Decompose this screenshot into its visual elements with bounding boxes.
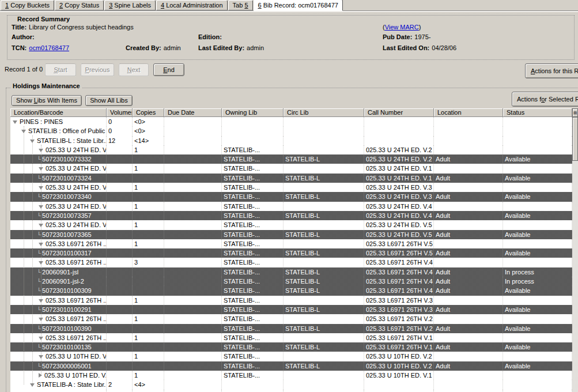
show-libs-with-items-button[interactable]: Show Libs With Items	[12, 95, 82, 106]
tree-expander-open-icon[interactable]	[39, 337, 43, 340]
column-header-status[interactable]: Status	[503, 108, 572, 117]
cell-call-number: 025.33 L6971 26TH V.3	[364, 296, 434, 305]
tab-2[interactable]: 2 Copy Status	[55, 0, 104, 10]
holdings-row[interactable]: 025.33 U 24TH ED. V.11STATELIB-...025.33…	[10, 164, 572, 173]
holdings-row[interactable]: PINES : PINES0<0>	[10, 117, 572, 126]
holdings-row[interactable]: 025.33 U 24TH ED. V.31STATELIB-...025.33…	[10, 183, 572, 192]
tree-expander-open-icon[interactable]	[13, 120, 17, 124]
holdings-row[interactable]: 20060901-jsl-2STATELIB-...STATELIB-L025.…	[10, 277, 572, 286]
cell-location	[434, 117, 503, 126]
tree-expander-open-icon[interactable]	[39, 355, 43, 359]
tree-expander-open-icon[interactable]	[39, 261, 43, 265]
next-button[interactable]: Next	[119, 63, 149, 76]
previous-button[interactable]: Previous	[81, 63, 114, 76]
holdings-row[interactable]: 50723010100390STATELIB-...STATELIB-L025.…	[10, 324, 572, 333]
holdings-row[interactable]: 50723010100317STATELIB-...STATELIB-L025.…	[10, 248, 572, 258]
tree-expander-open-icon[interactable]	[39, 299, 43, 303]
cell-volumes	[107, 211, 133, 220]
tree-expander-closed-icon[interactable]	[39, 373, 42, 378]
holdings-row[interactable]: 50723010100309STATELIB-...STATELIB-L025.…	[10, 286, 572, 295]
cell-circ-lib	[284, 202, 364, 211]
record-summary-groupbox	[7, 15, 575, 60]
tab-4[interactable]: 4 Local Administration	[156, 0, 228, 10]
cell-status: Available	[503, 230, 572, 239]
cell-location-barcode: 025.33 L6971 26TH ...	[10, 239, 107, 248]
tree-expander-open-icon[interactable]	[39, 243, 43, 246]
holdings-row[interactable]: 025.33 U...2STATELIB-A025.33 U 1...	[10, 390, 572, 392]
holdings-row[interactable]: 50723010100135STATELIB-...STATELIB-L025.…	[10, 342, 572, 352]
cell-owning-lib: STATELIB-...	[222, 352, 284, 361]
cell-copies	[133, 192, 164, 201]
holdings-row[interactable]: STATELIB-A : State Libr...2<4>	[10, 380, 572, 389]
tcn-link[interactable]: ocm01768477	[29, 44, 69, 51]
vertical-scrollbar[interactable]	[572, 117, 578, 392]
holdings-row[interactable]: 025.33 L6971 26TH ...1STATELIB-...025.33…	[10, 239, 572, 248]
holdings-row[interactable]: 50723010073340STATELIB-...STATELIB-L025.…	[10, 192, 572, 201]
cell-owning-lib	[222, 380, 284, 389]
cell-due-date	[164, 183, 222, 192]
start-button[interactable]: Start	[45, 63, 76, 76]
tree-expander-open-icon[interactable]	[39, 149, 43, 152]
holdings-row[interactable]: 20060901-jslSTATELIB-...STATELIB-L025.33…	[10, 267, 572, 277]
column-header-location[interactable]: Location	[434, 108, 503, 117]
tree-expander-open-icon[interactable]	[30, 383, 35, 387]
tree-expander-open-icon[interactable]	[21, 130, 26, 133]
tab-3[interactable]: 3 Spine Labels	[104, 0, 156, 10]
view-marc-link[interactable]: View MARC	[385, 24, 419, 31]
holdings-row[interactable]: 025.33 L6971 26TH ...3STATELIB-...025.33…	[10, 258, 572, 267]
cell-call-number: 025.33 L6971 26TH V.1	[364, 342, 434, 352]
cell-copies	[133, 154, 164, 164]
cell-copies: 1	[133, 202, 164, 211]
tree-expander-open-icon[interactable]	[39, 318, 43, 321]
tree-expander-open-icon[interactable]	[39, 186, 43, 190]
holdings-row[interactable]: 025.33 L6971 26TH ...1STATELIB-...025.33…	[10, 296, 572, 305]
column-header-due-date[interactable]: Due Date	[164, 108, 222, 117]
actions-for-selected-rows-button[interactable]: Actions for Selected Rows	[512, 92, 578, 107]
tab-5[interactable]: Tab 5	[228, 0, 253, 10]
column-header-circ-lib[interactable]: Circ Lib	[284, 108, 364, 117]
author-label: Author:	[12, 33, 35, 40]
cell-copies: 1	[133, 296, 164, 305]
holdings-row[interactable]: 025.33 U 10TH ED. V.11STATELIB-...025.33…	[10, 371, 572, 380]
column-header-call-number[interactable]: Call Number	[364, 108, 434, 117]
tree-label: 025.33 L6971 26TH ...	[46, 334, 107, 341]
holdings-row[interactable]: 50723010073332STATELIB-...STATELIB-L025.…	[10, 154, 572, 164]
cell-volumes	[107, 324, 133, 333]
tab-6[interactable]: 6 Bib Record: ocm01768477	[254, 0, 343, 11]
show-all-libs-button[interactable]: Show All Libs	[85, 95, 133, 106]
holdings-row[interactable]: STATELIB-L : State Libr...12<14>	[10, 136, 572, 145]
holdings-row[interactable]: 50723000005001STATELIB-...STATELIB-L025.…	[10, 361, 572, 371]
scrollbar-thumb[interactable]	[572, 117, 578, 161]
tree-expander-open-icon[interactable]	[39, 167, 43, 171]
holdings-row[interactable]: 025.33 L6971 26TH ...1STATELIB-...025.33…	[10, 314, 572, 323]
holdings-row[interactable]: STATELIB : Office of Public ...0<0>	[10, 126, 572, 135]
column-header-volumes[interactable]: Volumes	[107, 108, 133, 117]
tree-leaf-connector-icon	[37, 278, 42, 285]
tab-1[interactable]: 1 Copy Buckets	[1, 0, 54, 10]
holdings-row[interactable]: 025.33 U 10TH ED. V.21STATELIB-...025.33…	[10, 352, 572, 361]
actions-for-this-record-button[interactable]: Actions for this Record	[525, 63, 578, 78]
holdings-row[interactable]: 50723010073324STATELIB-...STATELIB-L025.…	[10, 174, 572, 183]
tree-expander-open-icon[interactable]	[39, 224, 43, 227]
holdings-row[interactable]: 025.33 U 24TH ED. V.21STATELIB-...025.33…	[10, 145, 572, 154]
tree-expander-open-icon[interactable]	[39, 205, 43, 209]
last-edited-by-field: Last Edited By:admin	[198, 44, 264, 51]
cell-due-date	[164, 202, 222, 211]
holdings-row[interactable]: 50723010073365STATELIB-...STATELIB-L025.…	[10, 230, 572, 239]
holdings-row[interactable]: 025.33 U 24TH ED. V.41STATELIB-...025.33…	[10, 202, 572, 211]
column-header-owning-lib[interactable]: Owning Lib	[222, 108, 284, 117]
cell-owning-lib: STATELIB-...	[222, 211, 284, 220]
column-header-copies[interactable]: Copies	[133, 108, 164, 117]
tree-expander-open-icon[interactable]	[30, 140, 35, 143]
holdings-row[interactable]: 50723010100291STATELIB-...STATELIB-L025.…	[10, 305, 572, 314]
cell-volumes	[107, 286, 133, 295]
column-header-location-barcode[interactable]: Location/Barcode	[10, 108, 107, 117]
holdings-row[interactable]: 50723010073357STATELIB-...STATELIB-L025.…	[10, 211, 572, 220]
holdings-row[interactable]: 025.33 L6971 26TH ...1STATELIB-...025.33…	[10, 333, 572, 342]
end-button[interactable]: End	[153, 63, 184, 76]
cell-due-date	[164, 296, 222, 305]
holdings-row[interactable]: 025.33 U 24TH ED. V.51STATELIB-...025.33…	[10, 220, 572, 229]
edition-field: Edition:	[198, 33, 224, 40]
cell-call-number: 025.33 U 24TH ED. V.5	[364, 220, 434, 229]
column-picker-button[interactable]	[572, 108, 578, 117]
